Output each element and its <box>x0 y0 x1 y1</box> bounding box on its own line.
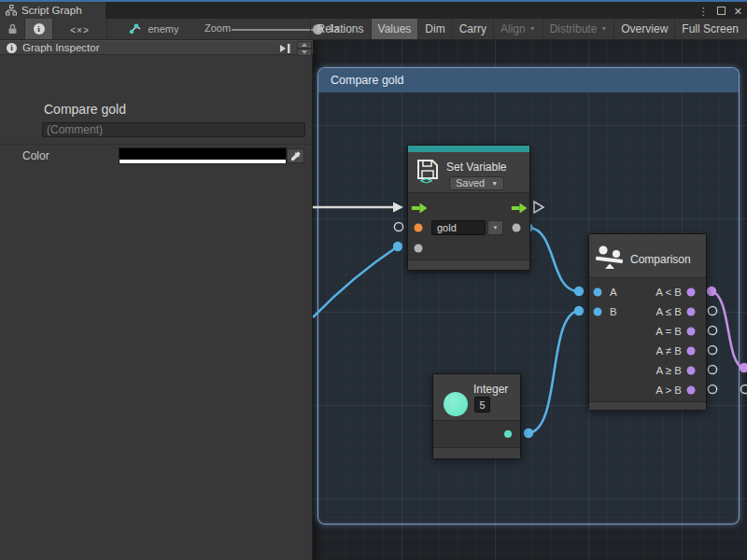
output-label-not-equal: A ≠ B <box>656 345 682 357</box>
inspector-toggle-button[interactable] <box>25 19 53 39</box>
overview-button[interactable]: Overview <box>613 19 674 39</box>
integer-output-port[interactable] <box>504 430 512 438</box>
svg-text:<>: <> <box>420 175 433 186</box>
integer-value-field[interactable]: 5 <box>474 397 490 413</box>
toolbar-buttons: Relations Values Dim Carry Align Distrib… <box>310 19 745 39</box>
tab-script-graph[interactable]: Script Graph <box>0 2 106 19</box>
node-footer <box>408 259 529 270</box>
inspector-title: Graph Inspector <box>22 42 99 53</box>
variable-scope-dropdown[interactable]: Saved <box>449 176 504 190</box>
variable-name-field[interactable]: gold <box>431 220 486 235</box>
input-port-b[interactable] <box>594 308 602 316</box>
maximize-icon[interactable] <box>717 7 726 15</box>
variable-name-dropdown-button[interactable] <box>487 220 503 235</box>
node-title: Comparison <box>630 253 691 266</box>
dock-panel-icon[interactable] <box>278 42 292 55</box>
flow-input-port[interactable] <box>412 203 428 214</box>
values-button[interactable]: Values <box>371 19 418 39</box>
node-title: Set Variable <box>446 161 506 174</box>
inspector-header: Graph Inspector <box>0 40 313 55</box>
comparison-icon <box>595 244 625 270</box>
fullscreen-button[interactable]: Full Screen <box>674 19 745 39</box>
graph-reference-label: enemy <box>148 23 178 35</box>
group-header[interactable]: Compare gold <box>318 68 739 92</box>
input-port-a[interactable] <box>594 288 602 297</box>
lock-button[interactable] <box>0 19 25 39</box>
node-comparison[interactable]: Comparison A B A < B A ≤ B A = B A ≠ B A… <box>588 233 707 410</box>
graph-toolbar: enemy Zoom 1x Relations Values Dim Carry… <box>0 19 747 40</box>
variable-name-port[interactable] <box>415 224 423 232</box>
color-field-label: Color <box>22 149 49 162</box>
divider <box>0 144 313 145</box>
lock-icon <box>7 23 18 35</box>
distribute-dropdown-button[interactable]: Distribute <box>543 19 614 39</box>
code-icon <box>70 21 90 37</box>
spinner-up-button[interactable] <box>297 41 312 49</box>
dim-button[interactable]: Dim <box>417 19 451 39</box>
output-label-equal: A = B <box>655 326 682 337</box>
output-port-less-equal[interactable] <box>687 308 696 316</box>
window-titlebar: Script Graph <box>0 2 747 19</box>
unconnected-port-circle[interactable] <box>740 385 747 393</box>
tab-title: Script Graph <box>21 5 82 16</box>
wire-endpoint <box>740 363 747 372</box>
spinner-down-button[interactable] <box>297 49 312 56</box>
output-port-not-equal[interactable] <box>687 347 696 356</box>
code-preview-button[interactable] <box>53 19 107 39</box>
graph-icon <box>6 5 17 16</box>
info-icon <box>7 43 17 53</box>
set-variable-icon: <> <box>415 158 441 186</box>
value-input-port[interactable] <box>415 245 423 253</box>
node-integer[interactable]: Integer 5 <box>432 373 521 458</box>
output-port-greater[interactable] <box>687 386 696 395</box>
graph-reference-icon <box>129 23 142 35</box>
output-port-greater-equal[interactable] <box>687 367 696 375</box>
eyedropper-icon <box>290 150 302 161</box>
info-icon <box>34 23 45 35</box>
graph-title: Compare gold <box>44 102 126 117</box>
node-title: Integer <box>473 383 508 396</box>
output-port-less[interactable] <box>687 288 696 297</box>
zoom-slider-track[interactable] <box>232 29 319 31</box>
panel-spinner <box>297 41 312 56</box>
node-footer <box>589 401 706 410</box>
output-port-equal[interactable] <box>687 328 696 336</box>
window-controls <box>698 2 742 19</box>
graph-inspector-panel: Graph Inspector Compare gold Color <box>0 40 313 560</box>
eyedropper-button[interactable] <box>287 148 304 163</box>
color-swatch-value <box>120 148 286 160</box>
align-dropdown-button[interactable]: Align <box>493 19 543 39</box>
input-label-a: A <box>610 287 617 298</box>
graph-reference-button[interactable]: enemy <box>117 19 191 39</box>
output-label-less-equal: A ≤ B <box>656 306 682 317</box>
node-footer <box>433 447 520 458</box>
relations-button[interactable]: Relations <box>310 19 371 39</box>
color-swatch[interactable] <box>120 148 286 163</box>
flow-output-port[interactable] <box>512 203 528 214</box>
output-label-less: A < B <box>655 287 682 298</box>
node-set-variable[interactable]: <> Set Variable Saved gold <box>407 145 530 271</box>
comment-input[interactable] <box>42 122 305 137</box>
close-icon[interactable] <box>734 2 742 19</box>
script-graph-window: Script Graph enemy <box>0 0 747 560</box>
group-title: Compare gold <box>331 74 404 87</box>
window-menu-icon[interactable] <box>698 2 709 19</box>
saved-variable-color-strip <box>408 146 529 152</box>
integer-icon <box>444 392 468 416</box>
zoom-label: Zoom <box>204 22 231 34</box>
carry-button[interactable]: Carry <box>452 19 493 39</box>
output-label-greater-equal: A ≥ B <box>656 365 682 376</box>
graph-canvas[interactable]: Compare gold <box>313 40 747 560</box>
color-swatch-alpha-bar <box>120 160 286 163</box>
input-label-b: B <box>610 306 617 317</box>
value-output-port[interactable] <box>513 224 521 232</box>
output-label-greater: A > B <box>655 385 682 396</box>
